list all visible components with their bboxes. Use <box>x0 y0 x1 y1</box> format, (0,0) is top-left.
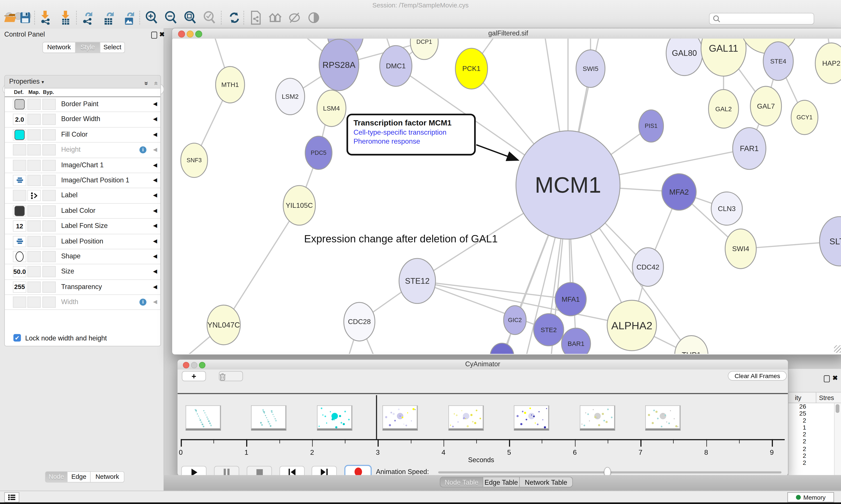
frame-thumbnail-0[interactable] <box>185 405 221 430</box>
network-node-gcy1[interactable]: GCY1 <box>791 100 818 134</box>
mapping-cell[interactable] <box>28 296 41 308</box>
property-row-label[interactable]: Label◀ <box>5 188 160 204</box>
network-node-ste12[interactable]: STE12 <box>399 258 435 303</box>
zoom-selected-icon[interactable] <box>203 11 217 25</box>
expand-property-icon[interactable]: ◀ <box>153 299 157 305</box>
property-row-height[interactable]: Heighti◀ <box>5 143 160 158</box>
panel-tab-network[interactable]: Network <box>91 471 124 483</box>
property-row-label-font-size[interactable]: 12Label Font Size◀ <box>5 219 160 234</box>
default-value-cell[interactable] <box>13 205 26 216</box>
table-cell-value[interactable]: 2 <box>788 431 835 438</box>
table-cell-value[interactable]: 2 <box>788 459 835 466</box>
bypass-cell[interactable] <box>42 190 56 201</box>
property-row-label-position[interactable]: Label Position◀ <box>5 234 160 249</box>
frame-thumbnail-7[interactable] <box>645 405 681 430</box>
network-window-titlebar[interactable]: galFiltered.sif <box>172 29 841 39</box>
mapping-cell[interactable] <box>28 205 41 216</box>
export-table-icon[interactable] <box>102 11 116 25</box>
default-value-cell[interactable] <box>13 296 26 308</box>
bypass-cell[interactable] <box>42 160 56 171</box>
expand-property-icon[interactable]: ◀ <box>153 162 157 168</box>
scrollbar-thumb[interactable] <box>836 404 839 413</box>
hide-details-icon[interactable] <box>288 11 302 25</box>
bypass-cell[interactable] <box>42 114 56 125</box>
bypass-cell[interactable] <box>42 281 56 292</box>
default-value-cell[interactable]: 2.0 <box>13 114 26 125</box>
network-canvas[interactable]: DCP1RPS28ADMC1PCK1MTH1LSM2LSM4SWI5GAL80G… <box>173 38 841 354</box>
export-image-icon[interactable] <box>122 11 136 25</box>
network-node-bar1[interactable]: BAR1 <box>561 328 590 354</box>
bypass-cell[interactable] <box>42 251 56 262</box>
zoom-out-icon[interactable] <box>164 11 178 25</box>
import-table-icon[interactable] <box>59 11 73 25</box>
float-panel-icon[interactable] <box>151 32 157 38</box>
lock-aspect-checkbox[interactable]: ✔ <box>13 334 21 342</box>
property-row-fill-color[interactable]: Fill Color◀ <box>5 127 160 143</box>
property-row-shape[interactable]: Shape◀ <box>5 249 160 265</box>
network-node-rps28a[interactable]: RPS28A <box>319 39 359 91</box>
skip-to-end-button[interactable] <box>312 466 337 476</box>
mapping-cell[interactable] <box>28 175 41 186</box>
network-file-icon[interactable] <box>249 11 263 25</box>
default-value-cell[interactable] <box>13 99 26 110</box>
bypass-cell[interactable] <box>42 144 56 156</box>
mapping-cell[interactable] <box>28 251 41 262</box>
network-node-swi4[interactable]: SWI4 <box>725 229 756 269</box>
network-node-gal7[interactable]: GAL7 <box>750 86 782 126</box>
property-row-border-paint[interactable]: Border Paint◀ <box>5 97 160 112</box>
search-input[interactable] <box>709 13 814 25</box>
property-row-size[interactable]: 50.0Size◀ <box>5 265 160 280</box>
record-button[interactable] <box>344 465 372 476</box>
network-node-ste2[interactable]: STE2 <box>534 314 564 346</box>
tab-network-table[interactable]: Network Table <box>520 476 573 487</box>
expand-property-icon[interactable]: ◀ <box>153 223 157 229</box>
property-row-width[interactable]: Widthi◀ <box>5 295 160 310</box>
network-node-slt2[interactable]: SLT2 <box>820 217 841 266</box>
mapping-cell[interactable] <box>28 266 41 277</box>
expand-property-icon[interactable]: ◀ <box>153 146 157 152</box>
info-icon[interactable]: i <box>140 146 146 154</box>
timeline-playhead[interactable] <box>376 395 377 439</box>
bypass-cell[interactable] <box>42 205 56 216</box>
collapse-all-icon[interactable]: » <box>149 82 161 85</box>
table-cell-value[interactable]: 2 <box>788 438 835 445</box>
mapping-cell[interactable] <box>28 160 41 171</box>
bypass-cell[interactable] <box>42 296 56 308</box>
expand-property-icon[interactable]: ◀ <box>153 268 157 274</box>
network-node-nbot[interactable] <box>490 343 514 354</box>
network-node-mcm1[interactable]: MCM1 <box>516 131 620 239</box>
mapping-cell[interactable] <box>28 114 41 125</box>
bypass-cell[interactable] <box>42 220 56 232</box>
frame-thumbnail-6[interactable] <box>580 405 615 430</box>
network-node-mth1[interactable]: MTH1 <box>215 67 245 103</box>
default-value-cell[interactable] <box>13 129 26 140</box>
annotation-link[interactable]: Pheromone response <box>354 137 469 145</box>
expand-property-icon[interactable]: ◀ <box>153 284 157 289</box>
skip-to-start-button[interactable] <box>280 466 305 476</box>
table-header-row[interactable]: ity Stres <box>788 392 841 403</box>
table-vertical-scrollbar[interactable] <box>834 403 841 475</box>
network-node-dcp1[interactable]: DCP1 <box>410 38 438 59</box>
expand-property-icon[interactable]: ◀ <box>153 131 157 137</box>
property-row-transparency[interactable]: 255Transparency◀ <box>5 280 160 295</box>
frame-thumbnail-4[interactable] <box>448 405 484 430</box>
close-panel-icon[interactable]: ✖ <box>159 31 165 37</box>
table-cell-value[interactable]: 2 <box>788 417 835 424</box>
table-body[interactable]: 26252122222 <box>788 403 835 475</box>
mapping-cell[interactable] <box>28 236 41 247</box>
mapping-cell[interactable] <box>28 99 41 110</box>
cyanimator-titlebar[interactable]: CyAnimator <box>178 360 788 370</box>
network-node-mfa1[interactable]: MFA1 <box>555 283 586 316</box>
panel-tab-edge[interactable]: Edge <box>68 471 91 483</box>
play-button[interactable] <box>181 466 207 476</box>
refresh-icon[interactable] <box>227 11 241 25</box>
panel-tab-node[interactable]: Node <box>45 471 68 483</box>
property-row-label-color[interactable]: Label Color◀ <box>5 204 160 219</box>
float-table-panel-icon[interactable] <box>824 375 830 382</box>
tab-select[interactable]: Select <box>100 42 125 53</box>
network-node-cdc42[interactable]: CDC42 <box>632 248 663 286</box>
close-table-panel-icon[interactable]: ✖ <box>833 375 838 381</box>
property-row-image-chart-position-1[interactable]: Image/Chart Position 1◀ <box>5 173 160 188</box>
properties-header[interactable]: Properties ▾ » » <box>5 75 160 88</box>
table-cell-value[interactable]: 1 <box>788 424 835 431</box>
